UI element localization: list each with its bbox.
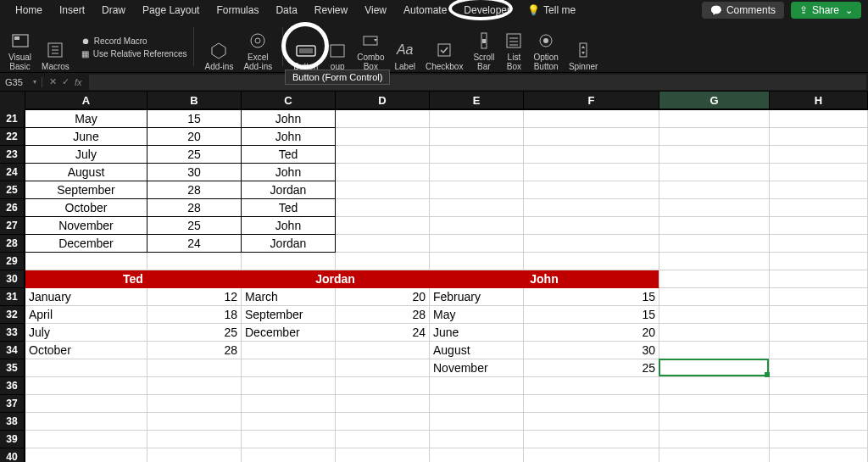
cell[interactable]	[336, 253, 430, 270]
cell[interactable]	[524, 199, 659, 217]
cancel-icon[interactable]: ✕	[49, 76, 57, 87]
cell[interactable]: August	[430, 342, 524, 359]
cell[interactable]	[336, 377, 430, 395]
cell[interactable]	[524, 235, 659, 253]
cell[interactable]	[659, 128, 770, 146]
cell[interactable]	[336, 235, 430, 253]
cell[interactable]	[430, 164, 524, 181]
header-john[interactable]: John	[430, 270, 659, 288]
name-box[interactable]: G35	[0, 77, 42, 87]
cell[interactable]	[770, 146, 868, 164]
cell[interactable]: January	[25, 288, 147, 306]
cell[interactable]: 28	[147, 342, 242, 359]
cell[interactable]	[25, 377, 147, 395]
menu-developer[interactable]: Developer	[455, 2, 519, 19]
cell[interactable]	[770, 128, 868, 146]
header-ted[interactable]: Ted	[25, 270, 242, 288]
cell[interactable]	[770, 431, 868, 448]
cell[interactable]: May	[25, 110, 147, 128]
cell[interactable]	[242, 395, 336, 413]
cell[interactable]: December	[25, 235, 147, 253]
cell[interactable]	[659, 253, 770, 270]
select-all-corner[interactable]	[0, 92, 25, 110]
worksheet-grid[interactable]: 21May15John22June20John23July25Ted24Augu…	[0, 110, 868, 462]
cell[interactable]: September	[25, 181, 147, 199]
row-header[interactable]: 39	[0, 431, 25, 448]
ribbon-excel-addins[interactable]: Excel Add-ins	[240, 24, 275, 71]
cell[interactable]	[524, 431, 659, 448]
record-macro-button[interactable]: ⏺Record Macro	[81, 36, 187, 46]
row-header[interactable]: 38	[0, 413, 25, 431]
cell[interactable]	[147, 431, 242, 448]
cell[interactable]	[524, 395, 659, 413]
cell[interactable]	[336, 110, 430, 128]
row-header[interactable]: 24	[0, 164, 25, 181]
row-header[interactable]: 36	[0, 377, 25, 395]
cell[interactable]	[147, 253, 242, 270]
cell[interactable]	[770, 413, 868, 431]
cell[interactable]: 24	[336, 324, 430, 342]
cell[interactable]: Ted	[242, 146, 336, 164]
cell[interactable]	[430, 181, 524, 199]
menu-formulas[interactable]: Formulas	[208, 2, 267, 19]
row-header[interactable]: 22	[0, 128, 25, 146]
cell[interactable]	[336, 448, 430, 462]
row-header[interactable]: 29	[0, 253, 25, 270]
row-header[interactable]: 30	[0, 270, 25, 288]
cell[interactable]: November	[25, 217, 147, 235]
cell[interactable]	[336, 199, 430, 217]
cell[interactable]	[524, 181, 659, 199]
cell[interactable]	[336, 413, 430, 431]
cell[interactable]	[430, 217, 524, 235]
cell[interactable]: 28	[147, 181, 242, 199]
cell[interactable]	[336, 395, 430, 413]
ribbon-combo-box[interactable]: Combo Box	[353, 24, 387, 71]
cell[interactable]	[770, 217, 868, 235]
menu-insert[interactable]: Insert	[51, 2, 93, 19]
cell[interactable]: Jordan	[242, 181, 336, 199]
cell[interactable]	[524, 377, 659, 395]
row-header[interactable]: 33	[0, 324, 25, 342]
cell[interactable]	[659, 235, 770, 253]
cell[interactable]: 30	[147, 164, 242, 181]
fx-icon[interactable]: fx	[75, 77, 82, 87]
cell[interactable]: July	[25, 324, 147, 342]
cell[interactable]	[336, 146, 430, 164]
col-header-G[interactable]: G	[659, 92, 770, 110]
cell[interactable]: October	[25, 199, 147, 217]
cell[interactable]	[242, 342, 336, 359]
row-header[interactable]: 23	[0, 146, 25, 164]
ribbon-spinner[interactable]: Spinner	[565, 24, 601, 71]
cell[interactable]	[336, 181, 430, 199]
col-header-C[interactable]: C	[242, 92, 336, 110]
cell[interactable]	[659, 217, 770, 235]
cell[interactable]	[25, 395, 147, 413]
ribbon-group-box[interactable]: oup	[325, 24, 350, 71]
cell[interactable]	[770, 199, 868, 217]
cell[interactable]: John	[242, 217, 336, 235]
cell[interactable]: March	[242, 288, 336, 306]
cell[interactable]	[336, 431, 430, 448]
cell[interactable]: John	[242, 128, 336, 146]
cell[interactable]: 24	[147, 235, 242, 253]
cell[interactable]	[659, 413, 770, 431]
cell[interactable]	[147, 377, 242, 395]
share-button[interactable]: Share	[791, 2, 861, 19]
ribbon-visual-basic[interactable]: Visual Basic	[5, 24, 35, 71]
cell[interactable]	[770, 359, 868, 377]
ribbon-option-button[interactable]: Option Button	[530, 24, 561, 71]
row-header[interactable]: 40	[0, 448, 25, 462]
cell[interactable]: August	[25, 164, 147, 181]
cell[interactable]	[524, 146, 659, 164]
ribbon-addins[interactable]: Add-ins	[201, 24, 236, 71]
cell[interactable]	[770, 110, 868, 128]
cell[interactable]	[430, 146, 524, 164]
cell[interactable]	[770, 270, 868, 288]
menu-home[interactable]: Home	[7, 2, 51, 19]
cell[interactable]	[524, 253, 659, 270]
cell[interactable]	[242, 359, 336, 377]
cell[interactable]	[25, 448, 147, 462]
cell[interactable]	[659, 431, 770, 448]
cell[interactable]: October	[25, 342, 147, 359]
ribbon-button[interactable]: Button	[290, 24, 321, 71]
